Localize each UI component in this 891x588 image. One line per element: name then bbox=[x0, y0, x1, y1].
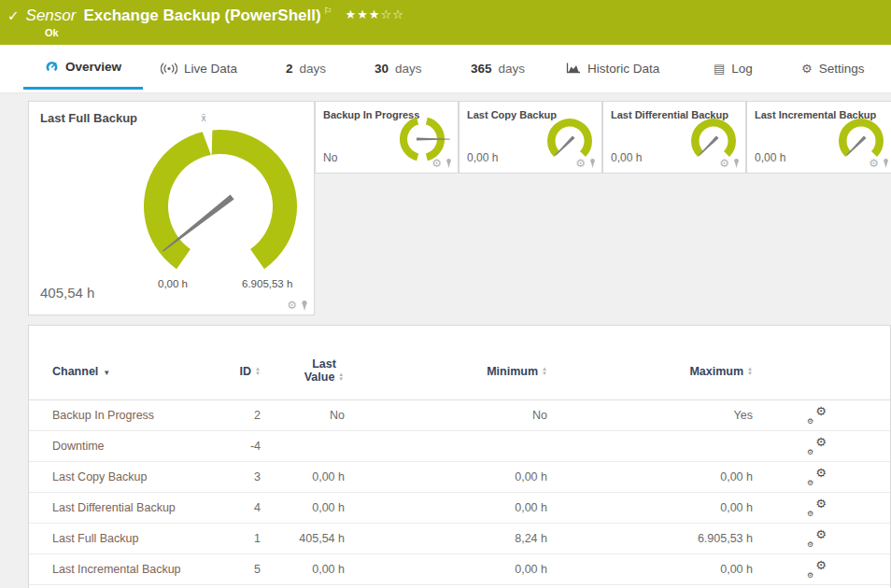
pin-icon[interactable] bbox=[882, 158, 890, 169]
channel-name-link[interactable]: Last Copy Backup bbox=[52, 470, 147, 483]
tab-2-days[interactable]: 2 days bbox=[282, 47, 330, 90]
tab-365-days-unit: days bbox=[499, 62, 526, 76]
column-header-id[interactable]: ID▲▼ bbox=[167, 365, 261, 378]
column-header-minimum-label: Minimum bbox=[487, 365, 538, 378]
ok-check-icon: ✓ bbox=[7, 7, 20, 24]
channel-last-value: 405,54 h bbox=[242, 532, 345, 545]
panel-actions: ⚙ bbox=[869, 157, 890, 170]
channel-settings-button[interactable]: ⚙⚙ bbox=[807, 438, 831, 455]
tab-live-data[interactable]: Live Data bbox=[157, 47, 241, 90]
gauge-value: 0,00 h bbox=[755, 151, 785, 164]
pin-icon[interactable] bbox=[445, 158, 453, 169]
sensor-tab-bar: Overview Live Data 2 days 30 days 365 da… bbox=[0, 45, 891, 93]
tab-live-data-label: Live Data bbox=[184, 62, 237, 76]
tab-365-days-number: 365 bbox=[471, 62, 492, 76]
column-header-channel-label: Channel bbox=[52, 365, 98, 378]
average-marker-label: x̄ bbox=[202, 113, 206, 123]
channel-table-panel: Channel▼ ID▲▼ Last Value▲▼ Minimum▲▼ Max… bbox=[28, 325, 891, 588]
gauge-panel-last-copy-backup: Last Copy Backup 0,00 h ⚙ bbox=[459, 101, 602, 174]
gauge-max-label: 6.905,53 h bbox=[242, 278, 292, 289]
panel-actions: ⚙ bbox=[719, 157, 741, 170]
gauge-panel-backup-in-progress: Backup In Progress No ⚙ bbox=[315, 101, 459, 174]
gauge-needle bbox=[846, 136, 867, 157]
channel-minimum: No bbox=[435, 409, 547, 422]
sort-icon: ▲▼ bbox=[255, 367, 261, 376]
channel-last-value: 0,00 h bbox=[242, 563, 345, 576]
channel-last-value: 0,00 h bbox=[242, 501, 345, 514]
tab-log[interactable]: ▤ Log bbox=[710, 47, 757, 90]
banner-title-row: ✓ Sensor Exchange Backup (PowerShell) ⚐ … bbox=[7, 7, 404, 25]
gear-icon[interactable]: ⚙ bbox=[431, 157, 442, 170]
tab-historic-data-label: Historic Data bbox=[587, 62, 659, 76]
gear-icon[interactable]: ⚙ bbox=[719, 157, 729, 170]
last-full-backup-gauge: x̄ bbox=[122, 113, 318, 273]
tab-2-days-number: 2 bbox=[286, 62, 293, 76]
channel-name-link[interactable]: Backup In Progress bbox=[52, 409, 154, 422]
column-header-maximum[interactable]: Maximum▲▼ bbox=[641, 365, 753, 378]
gear-icon[interactable]: ⚙ bbox=[869, 157, 879, 170]
table-row: Last Incremental Backup 5 0,00 h 0,00 h … bbox=[29, 554, 890, 585]
channel-table-header: Channel▼ ID▲▼ Last Value▲▼ Minimum▲▼ Max… bbox=[29, 326, 890, 400]
sensor-status-text: Ok bbox=[45, 27, 59, 38]
pin-icon[interactable] bbox=[588, 158, 597, 169]
gauge-needle bbox=[555, 136, 575, 157]
tab-settings-label: Settings bbox=[819, 62, 865, 76]
column-header-channel[interactable]: Channel▼ bbox=[52, 365, 110, 378]
tab-30-days-unit: days bbox=[395, 62, 422, 76]
tab-settings[interactable]: ⚙ Settings bbox=[798, 47, 868, 90]
channel-minimum: 0,00 h bbox=[435, 501, 547, 514]
column-header-last-label: Last bbox=[282, 357, 366, 371]
channel-name-link[interactable]: Last Differential Backup bbox=[52, 501, 176, 514]
channel-name-link[interactable]: Last Incremental Backup bbox=[52, 563, 181, 576]
column-header-minimum[interactable]: Minimum▲▼ bbox=[435, 365, 547, 378]
tab-30-days-number: 30 bbox=[375, 62, 389, 76]
column-header-maximum-label: Maximum bbox=[689, 365, 743, 378]
channel-settings-button[interactable]: ⚙⚙ bbox=[807, 407, 831, 424]
tab-historic-data[interactable]: Historic Data bbox=[562, 47, 663, 90]
gauge-value: No bbox=[323, 151, 337, 164]
tab-overview-label: Overview bbox=[65, 60, 121, 74]
channel-id: -4 bbox=[167, 440, 261, 453]
priority-stars[interactable]: ★★★☆☆ bbox=[346, 7, 404, 21]
area-chart-icon bbox=[566, 63, 581, 74]
panel-actions: ⚙ bbox=[575, 157, 597, 170]
channel-maximum: 0,00 h bbox=[641, 563, 753, 576]
panel-actions: ⚙ bbox=[431, 157, 453, 170]
tab-365-days[interactable]: 365 days bbox=[467, 47, 529, 90]
double-gear-icon: ⚙⚙ bbox=[807, 438, 827, 454]
object-kind-label: Sensor bbox=[26, 7, 77, 25]
overview-content: Last Full Backup x̄ 0,00 h 6.905,53 h 40… bbox=[0, 93, 891, 588]
log-list-icon: ▤ bbox=[714, 62, 725, 76]
sort-icon: ▲▼ bbox=[338, 372, 344, 382]
channel-settings-button[interactable]: ⚙⚙ bbox=[807, 499, 831, 516]
double-gear-icon: ⚙⚙ bbox=[807, 499, 827, 515]
gauge-value: 405,54 h bbox=[40, 285, 94, 301]
gauge-needle bbox=[163, 195, 234, 252]
sort-icon: ▲▼ bbox=[747, 367, 753, 376]
gear-icon[interactable]: ⚙ bbox=[575, 157, 586, 170]
sort-icon: ▲▼ bbox=[542, 367, 547, 376]
flag-icon[interactable]: ⚐ bbox=[324, 6, 332, 16]
channel-name-link[interactable]: Last Full Backup bbox=[52, 532, 138, 545]
channel-settings-button[interactable]: ⚙⚙ bbox=[807, 530, 831, 547]
sensor-status-banner: ✓ Sensor Exchange Backup (PowerShell) ⚐ … bbox=[0, 0, 891, 45]
double-gear-icon: ⚙⚙ bbox=[807, 530, 827, 546]
channel-minimum: 8,24 h bbox=[435, 532, 547, 545]
tab-30-days[interactable]: 30 days bbox=[371, 47, 426, 90]
pin-icon[interactable] bbox=[300, 300, 309, 312]
pin-icon[interactable] bbox=[732, 158, 741, 169]
channel-settings-button[interactable]: ⚙⚙ bbox=[807, 469, 831, 485]
gear-icon[interactable]: ⚙ bbox=[287, 299, 297, 312]
channel-minimum: 0,00 h bbox=[435, 563, 547, 576]
gauge-panel-last-full-backup: Last Full Backup x̄ 0,00 h 6.905,53 h 40… bbox=[28, 101, 315, 315]
column-header-last-value[interactable]: Last Value▲▼ bbox=[282, 357, 366, 384]
table-row: Backup In Progress 2 No No Yes ⚙⚙ bbox=[29, 400, 890, 431]
gauge-needle bbox=[417, 138, 450, 141]
channel-maximum: 0,00 h bbox=[641, 470, 753, 483]
table-row: Last Copy Backup 3 0,00 h 0,00 h 0,00 h … bbox=[29, 462, 890, 493]
channel-settings-button[interactable]: ⚙⚙ bbox=[807, 561, 831, 578]
channel-name-link[interactable]: Downtime bbox=[52, 440, 105, 453]
tab-overview[interactable]: Overview bbox=[23, 47, 143, 90]
gauge-panel-last-differential-backup: Last Differential Backup 0,00 h ⚙ bbox=[602, 101, 746, 174]
table-row: Downtime -4 ⚙⚙ bbox=[29, 431, 890, 462]
